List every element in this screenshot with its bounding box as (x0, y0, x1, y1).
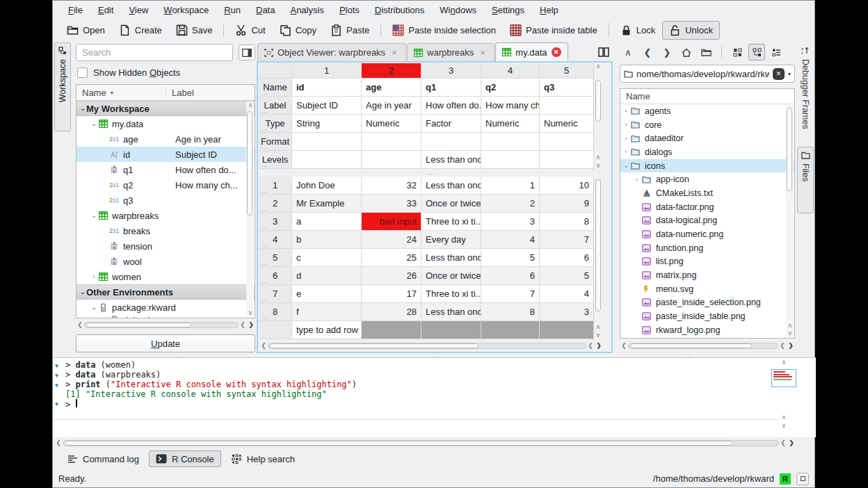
resize-handle[interactable]: ⋯ (262, 261, 268, 267)
files-column-header[interactable]: Name (620, 89, 794, 104)
menu-file[interactable]: File (61, 3, 90, 17)
data-cell[interactable]: 1 (481, 177, 540, 195)
data-cell[interactable]: d (292, 267, 362, 285)
meta-cell[interactable]: Factor (421, 115, 481, 133)
icon-view-button[interactable] (729, 44, 746, 60)
meta-cell[interactable]: q1 (421, 79, 481, 97)
tree-section-my-workspace[interactable]: ⌄My Workspace (77, 101, 255, 116)
file-row-data-factor-png[interactable]: data-factor.png (620, 200, 794, 214)
search-options-button[interactable] (239, 44, 255, 60)
meta-cell[interactable] (362, 133, 421, 151)
show-hidden-objects-checkbox[interactable] (77, 67, 88, 78)
data-cell[interactable]: Once or twice... (421, 195, 481, 213)
file-row-list-png[interactable]: list.png (620, 255, 794, 269)
resize-handle[interactable]: ⋯ (262, 145, 268, 151)
resize-handle[interactable]: ⋯ (262, 127, 268, 133)
create-button[interactable]: Create (112, 21, 169, 40)
meta-cell[interactable] (292, 151, 362, 169)
tree-item-my-data[interactable]: ⌄my.data (77, 116, 255, 131)
meta-row-header[interactable]: Label⋯ (259, 97, 292, 115)
tree-item-breaks[interactable]: 231breaks (77, 223, 255, 238)
data-cell[interactable]: Mr Example (292, 195, 362, 213)
file-row-icons[interactable]: ⌄icons (620, 159, 794, 173)
collapse-chevron-icon[interactable]: ⌄ (622, 163, 630, 169)
files-vscrollbar[interactable]: ∧ ∨ (786, 105, 794, 337)
menu-help[interactable]: Help (533, 3, 565, 17)
expand-chevron-icon[interactable]: › (622, 136, 630, 142)
meta-cell[interactable] (481, 151, 540, 169)
bad-input-cell[interactable]: bad input (362, 213, 421, 231)
row-header-6[interactable]: 6⋯ (259, 267, 292, 285)
file-row-agents[interactable]: ›agents (620, 104, 794, 118)
resize-handle[interactable]: ⋯ (262, 298, 268, 303)
data-cell[interactable]: 7 (540, 231, 594, 249)
meta-cell[interactable] (540, 97, 594, 115)
paste-inside-selection-button[interactable]: Paste inside selection (385, 21, 503, 40)
tree-item-q2[interactable]: 231q2How many ch... (77, 177, 255, 193)
up-button[interactable]: ∧ (620, 44, 636, 60)
column-header-name[interactable]: Name▾ (77, 88, 166, 98)
menu-data[interactable]: Data (249, 3, 282, 17)
data-cell[interactable]: 9 (540, 195, 594, 213)
tool-tab-r-console[interactable]: R Console (149, 450, 221, 467)
tool-tab-help-search[interactable]: Help search (224, 450, 302, 467)
row-header-8[interactable]: 8⋯ (259, 303, 292, 321)
file-row-core[interactable]: ›core (620, 118, 794, 132)
data-cell[interactable]: Less than onc... (421, 303, 481, 321)
save-button[interactable]: Save (169, 21, 220, 40)
tree-section-other-environments[interactable]: ⌄Other Environments (77, 284, 255, 300)
column-header-5[interactable]: 5 (540, 63, 594, 79)
object-tree-hscrollbar[interactable]: ❮ ❮❯ (76, 320, 255, 330)
document-tab-my-data[interactable]: my.data✕ (495, 42, 568, 61)
menu-edit[interactable]: Edit (91, 3, 120, 17)
meta-cell[interactable]: How often do... (421, 97, 481, 115)
data-cell[interactable]: f (292, 303, 362, 321)
resize-handle[interactable]: ⋯ (262, 91, 268, 97)
resize-handle[interactable]: ⋯ (262, 207, 268, 213)
data-cell[interactable]: 28 (362, 303, 421, 321)
meta-row-header[interactable]: Name⋯ (259, 79, 292, 97)
meta-cell[interactable] (481, 133, 540, 151)
menu-analysis[interactable]: Analysis (283, 3, 330, 17)
data-cell[interactable]: 17 (362, 285, 421, 303)
update-button[interactable]: Update (76, 334, 255, 352)
data-cell[interactable]: 24 (362, 231, 421, 249)
console-vscrollbar[interactable]: ∧ ∧ ∨ (771, 359, 796, 436)
home-button[interactable] (678, 44, 695, 60)
menu-windows[interactable]: Windows (433, 3, 483, 17)
grid-splitter[interactable]: ⋯ (259, 171, 602, 177)
expand-chevron-icon[interactable]: › (622, 149, 630, 155)
console-hscrollbar[interactable]: ❮ ❮❯ (54, 439, 796, 448)
files-dock-tab[interactable]: Files (797, 147, 814, 213)
file-row-rkward-logo-png[interactable]: rkward_logo.png (620, 323, 794, 337)
data-cell[interactable]: Less than onc... (421, 177, 481, 195)
data-cell[interactable]: a (292, 213, 362, 231)
collapse-chevron-icon[interactable]: ⌄ (90, 304, 97, 311)
data-cell[interactable]: 4 (540, 285, 594, 303)
meta-cell[interactable] (540, 133, 594, 151)
menu-plots[interactable]: Plots (332, 3, 367, 17)
data-cell[interactable]: Three to xi ti... (421, 213, 481, 231)
meta-cell[interactable] (292, 133, 362, 151)
column-header-1[interactable]: 1 (292, 63, 362, 79)
add-row-input-cell[interactable]: type to add row (292, 321, 362, 339)
row-header-3[interactable]: 3⋯ (259, 213, 292, 231)
file-row-function-png[interactable]: function.png (620, 241, 794, 255)
expand-chevron-icon[interactable]: › (633, 177, 641, 183)
file-row-app-icon[interactable]: ›app-icon (620, 172, 794, 186)
data-cell[interactable]: 7 (481, 285, 540, 303)
meta-cell[interactable]: How many ch... (481, 97, 540, 115)
menu-settings[interactable]: Settings (485, 3, 531, 17)
data-cell[interactable]: 26 (362, 267, 421, 285)
object-tree-vscrollbar[interactable]: ∧ ∨ (246, 101, 254, 317)
tab-close-icon[interactable]: ✕ (552, 47, 561, 57)
menu-workspace[interactable]: Workspace (156, 3, 216, 17)
data-cell[interactable]: 2 (481, 195, 540, 213)
data-cell[interactable]: 4 (481, 231, 540, 249)
meta-cell[interactable]: Numeric (362, 115, 421, 133)
column-header-3[interactable]: 3 (421, 63, 481, 79)
data-cell[interactable]: 6 (481, 267, 540, 285)
row-header-1[interactable]: 1⋯ (259, 177, 292, 195)
menu-view[interactable]: View (122, 3, 155, 17)
back-button[interactable]: ❮ (639, 44, 656, 60)
